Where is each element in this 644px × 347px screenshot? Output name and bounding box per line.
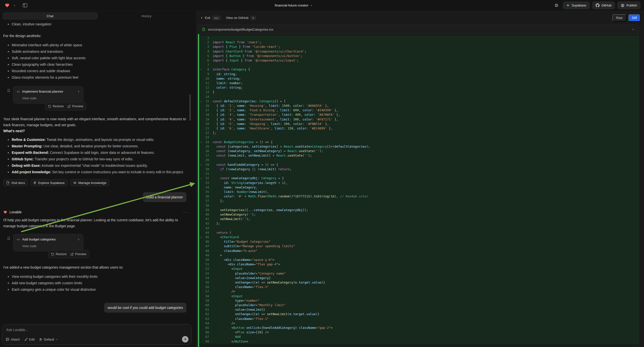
publish-button[interactable]: Publish: [617, 2, 640, 9]
logo-menu-chevron-icon[interactable]: [12, 3, 17, 8]
code-text: className="flex-1": [209, 285, 269, 289]
raw-toggle-button[interactable]: Raw: [612, 14, 626, 22]
exit-button[interactable]: Exit: [200, 16, 210, 20]
fold-icon[interactable]: ▾: [200, 68, 202, 72]
supabase-button[interactable]: Supabase: [563, 2, 590, 9]
code-line: 52 <Input: [198, 266, 639, 271]
list-item: Rounded corners and subtle shadows: [8, 68, 190, 74]
code-text: };: [209, 221, 220, 226]
attach-button[interactable]: Attach: [6, 338, 20, 341]
project-title-menu[interactable]: financial-future-creator: [275, 4, 313, 7]
tab-chat[interactable]: Chat: [2, 12, 98, 20]
view-on-github-link[interactable]: View on GitHub 6: [226, 16, 256, 20]
code-text: limit: number;: [209, 81, 242, 86]
quick-actions: Visit docs Explore Supabase Manage knowl…: [3, 179, 190, 186]
sliders-icon: [39, 338, 42, 341]
fold-icon[interactable]: ▾: [200, 99, 202, 104]
code-line: 61 value={newLimit}: [198, 308, 639, 312]
line-number: 21: [198, 126, 209, 131]
list-item: GitHub Sync: Transfer your project's cod…: [8, 156, 190, 162]
code-line: 46 title="Budget Categories": [198, 240, 639, 244]
fold-icon[interactable]: ▾: [200, 235, 202, 240]
preview-button[interactable]: Preview: [70, 251, 86, 257]
line-number: 6: [198, 58, 209, 63]
chat-input[interactable]: [6, 328, 188, 332]
list-item: Refine & Customize: Tweak the design, an…: [8, 136, 190, 143]
list-item: Master Prompting: Use clear, detailed, a…: [8, 143, 190, 149]
view-code-link[interactable]: View code: [22, 95, 80, 101]
list-item: Add new budget categories with custom li…: [8, 280, 190, 286]
edit-button[interactable]: Edit: [24, 338, 34, 341]
restore-button[interactable]: Restore: [51, 251, 67, 257]
code-text: name: newCategory,: [209, 185, 258, 190]
code-text: { id: '2', name: 'Food & Dining', limit:…: [209, 108, 338, 112]
mode-select[interactable]: Default: [39, 338, 58, 341]
version-card-implement-financial-planner[interactable]: Implement financial planner View code: [13, 86, 84, 104]
line-number: 65: [198, 326, 209, 330]
code-text: import { Input } from '@/components/ui/i…: [209, 58, 299, 63]
code-text: return (: [209, 230, 231, 235]
code-text: onChange={(e) => setNewCategory(e.target…: [209, 280, 325, 285]
preview-button[interactable]: Preview: [68, 103, 83, 109]
line-number: 34: [198, 185, 209, 190]
code-text: const newCategoryObj: Category = {: [209, 176, 284, 180]
line-number: 37: [198, 199, 209, 203]
bookmark-icon[interactable]: [7, 236, 10, 240]
code-text: </Button>: [209, 339, 248, 344]
visit-docs-button[interactable]: Visit docs: [3, 179, 28, 186]
code-line: 12 color: string;: [198, 86, 639, 90]
fold-icon[interactable]: ▾: [200, 163, 202, 167]
code-text: placeholder="Category name": [209, 271, 286, 276]
send-button[interactable]: [182, 336, 188, 342]
code-line: 55 onChange={(e) => setNewCategory(e.tar…: [198, 280, 639, 285]
code-text: value={newLimit}: [209, 308, 265, 312]
chevron-down-icon: [310, 4, 313, 7]
code-text: <Input: [209, 266, 242, 271]
github-icon: [596, 4, 600, 7]
fold-icon[interactable]: ▾: [200, 140, 202, 144]
view-code-link[interactable]: View code: [22, 243, 80, 249]
code-line: 36 color: '#' + Math.floor(Math.random()…: [198, 194, 639, 199]
chat-history-tabs: Chat History: [2, 12, 194, 20]
line-number: 66: [198, 330, 209, 334]
line-number: 59: [198, 298, 209, 303]
chat-message-list: Clean, intuitive navigation For the desi…: [0, 20, 196, 313]
line-number: 36: [198, 194, 209, 199]
code-line: 38: [198, 203, 639, 208]
aesthetic-list: Minimalist interface with plenty of whit…: [3, 42, 190, 81]
code-line: 50 <div className="space-y-6">: [198, 258, 639, 262]
line-number: 23: [198, 135, 209, 140]
version-actions: Restore Preview: [48, 250, 89, 258]
code-text: <Input: [209, 294, 242, 298]
code-line: 23: [198, 135, 639, 140]
diff-toggle-button[interactable]: Diff: [628, 14, 640, 22]
lovable-logo-icon[interactable]: [4, 2, 11, 9]
list-item: Subtle animations and transitions: [8, 48, 190, 55]
code-text: onChange={(e) => setNewLimit(e.target.va…: [209, 312, 320, 316]
tab-history[interactable]: History: [99, 12, 194, 20]
code-line: 47 subtitle="Manage your spending limits…: [198, 244, 639, 248]
code-line: 65 <Button onClick={handleAddCategory} c…: [198, 326, 639, 330]
code-line: 27 const [newLimit, setNewLimit] = React…: [198, 153, 639, 158]
github-button[interactable]: GitHub: [592, 2, 615, 9]
chat-scrollbar[interactable]: [190, 94, 191, 121]
line-number: ▾8: [198, 67, 209, 72]
list-item: Clean, intuitive navigation: [8, 21, 190, 28]
list-item: View existing budget categories with the…: [8, 273, 190, 280]
bookmark-icon[interactable]: [7, 88, 10, 92]
message-more-menu[interactable]: ···: [183, 209, 188, 215]
sidebar-toggle-icon[interactable]: [22, 2, 28, 8]
manage-knowledge-button[interactable]: Manage knowledge: [70, 179, 110, 186]
code-text: { id: '6', name: 'Healthcare', limit: 15…: [209, 126, 332, 131]
code-line: 25 const [categories, setCategories] = R…: [198, 144, 639, 149]
code-line: 9 id: string;: [198, 72, 639, 76]
file-header[interactable]: src/components/budget/BudgetCategories.t…: [198, 25, 639, 34]
code-line: 5import { Button } from '@/components/ui…: [198, 54, 639, 58]
version-card-add-budget-categories[interactable]: Add budget categories View code: [13, 234, 84, 252]
fold-icon[interactable]: ▾: [200, 176, 202, 181]
settings-gear-icon[interactable]: ⚙: [554, 2, 559, 9]
explore-supabase-button[interactable]: Explore Supabase: [30, 179, 68, 186]
restore-button[interactable]: Restore: [48, 103, 64, 109]
collapse-file-icon[interactable]: [632, 28, 635, 31]
code-text: [209, 94, 212, 99]
